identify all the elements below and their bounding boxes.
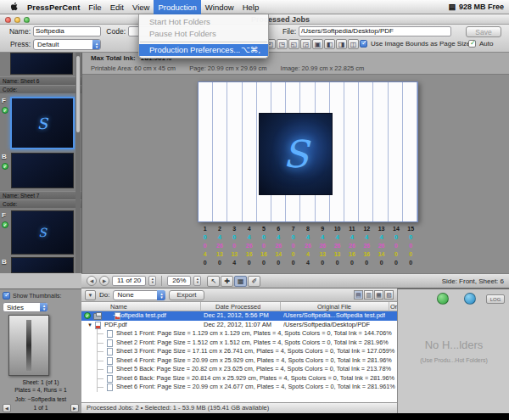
app-menu[interactable]: PressPerCent: [23, 0, 84, 14]
zoom-level-field[interactable]: 26%: [167, 276, 191, 286]
do-label: Do:: [99, 291, 109, 299]
view-mode-buttons: ▤▥▦▧: [354, 290, 394, 300]
stepper-down-icon: ▾: [152, 281, 154, 284]
column-divider[interactable]: [280, 302, 281, 311]
column-divider[interactable]: [200, 302, 201, 311]
sheet7-code-strip: Code:: [0, 199, 81, 208]
job-name-input[interactable]: Softpedia: [33, 26, 101, 36]
minimize-button[interactable]: [14, 17, 20, 23]
tree-line: [98, 333, 103, 334]
sheet-detail-row[interactable]: Sheet 2 Front: Page Size = 1.512 cm x 1.…: [81, 339, 397, 348]
show-thumbnails-checkbox[interactable]: [3, 292, 10, 300]
sheet-detail-row[interactable]: Sheet 1 Front: Page Size = 1.129 cm x 1.…: [81, 329, 397, 339]
job-rows: ✓ ~Softpedia test.pdf Dec 21, 2012, 5:56…: [81, 311, 397, 402]
save-button[interactable]: Save: [466, 26, 501, 37]
view-mode-button-2[interactable]: ▦: [374, 290, 383, 300]
menu-item-production-preferences[interactable]: Production Preferences... ⌥⌘,: [139, 44, 268, 56]
sheet-detail-row[interactable]: Sheet 6 Front: Page Size = 20.99 cm x 24…: [81, 383, 397, 392]
production-dropdown-menu: Start Hot Folders Pause Hot Folders Prod…: [138, 14, 269, 59]
menu-production[interactable]: Production: [154, 0, 200, 14]
sheet6-back-thumbnail[interactable]: [11, 153, 74, 188]
job-row-pdf[interactable]: ▼ PDF.pdf Dec 22, 2012, 11:07 AM /Users/…: [81, 321, 397, 330]
press-popup[interactable]: Default: [33, 39, 101, 50]
memory-status[interactable]: 928 MB Free: [459, 3, 504, 11]
sheet-detail-text: Sheet 6 Front: Page Size = 20.99 cm x 24…: [116, 383, 395, 392]
image-size-text: Image: 20.99 cm x 22.825 cm: [281, 64, 365, 72]
start-hot-folders-button[interactable]: [437, 293, 449, 305]
sheet-preview[interactable]: S: [198, 81, 418, 222]
divider: [161, 276, 162, 286]
next-sheet-button[interactable]: ▶: [99, 276, 109, 286]
menu-item-start-hot-folders[interactable]: Start Hot Folders: [139, 16, 268, 28]
tree-line: [98, 351, 103, 352]
job-preview-thumbnail[interactable]: [8, 315, 49, 376]
use-image-bounds-checkbox[interactable]: [360, 40, 367, 48]
jobs-status-bar: Processed Jobs: 2 • Selected: 1 - 53.9 M…: [81, 402, 397, 413]
row-disclosure-icon[interactable]: ▼: [87, 321, 92, 330]
menu-help[interactable]: Help: [238, 0, 264, 14]
alignment-button-6[interactable]: ◨: [336, 39, 347, 49]
view-mode-button-3[interactable]: ▧: [384, 290, 394, 300]
menu-window[interactable]: Window: [201, 0, 238, 14]
thumbnail-logo: S: [38, 226, 47, 239]
printable-area-text: Printable Area: 60 cm x 45 cm: [91, 64, 176, 72]
menu-view[interactable]: View: [128, 0, 154, 14]
header-original-file[interactable]: Original File: [317, 302, 351, 311]
alignment-button-7[interactable]: ◫: [348, 39, 359, 49]
sheet7-back-thumbnail[interactable]: [11, 257, 74, 273]
sidebar-scrollbar-thumb[interactable]: [76, 56, 80, 132]
sheet6-front-thumbnail[interactable]: S: [10, 97, 75, 149]
jobs-control-bar: ▼ Do: None Export ▤▥▦▧: [81, 288, 397, 302]
job-file-input[interactable]: /Users/Softpedia/Desktop/PDF: [299, 26, 451, 36]
sheet6-code-strip: Code:: [0, 85, 81, 93]
sheet-page-icon: [107, 375, 113, 383]
job-row-softpedia-test[interactable]: ✓ ~Softpedia test.pdf Dec 21, 2012, 5:56…: [81, 311, 397, 321]
disclosure-button[interactable]: ▼: [85, 290, 96, 300]
view-mode-button-1[interactable]: ▥: [364, 290, 373, 300]
tool-button-1[interactable]: ✚: [221, 276, 233, 287]
ink-row-column-numbers: 123456789101112131415: [198, 225, 418, 233]
apple-menu[interactable]: [5, 3, 23, 12]
do-action-popup[interactable]: None: [113, 290, 165, 300]
header-name[interactable]: Name: [110, 302, 127, 311]
sheet-detail-row[interactable]: Sheet 3 Front: Page Size = 17.11 cm x 26…: [81, 347, 397, 356]
page-stepper[interactable]: ▴ ▾: [148, 276, 156, 286]
sheet7-back-letter: B: [2, 258, 7, 266]
view-mode-button-0[interactable]: ▤: [354, 290, 363, 300]
sides-popup[interactable]: Sides: [3, 302, 48, 312]
header-date-processed[interactable]: Date Processed: [215, 302, 260, 311]
alignment-button-4[interactable]: ▣: [312, 39, 323, 49]
ink-row-black-coverage: 004000040000000: [198, 259, 418, 267]
close-button[interactable]: [5, 17, 11, 23]
auto-checkbox[interactable]: [468, 40, 476, 48]
tree-line: [98, 369, 103, 370]
header-orig[interactable]: Orig: [390, 302, 397, 311]
zoom-stepper[interactable]: ▴ ▾: [193, 276, 201, 286]
tool-button-2[interactable]: ▦: [234, 276, 247, 287]
menu-edit[interactable]: Edit: [106, 0, 128, 14]
tool-button-3[interactable]: ✐: [248, 276, 260, 287]
column-divider[interactable]: [389, 302, 389, 311]
pause-hot-folders-button[interactable]: [464, 293, 476, 305]
prev-sheet-button[interactable]: ◀: [87, 276, 97, 286]
sides-popup-value: Sides: [7, 304, 24, 311]
zoom-button[interactable]: [24, 17, 30, 23]
export-button[interactable]: Export: [169, 290, 204, 300]
sheet-detail-row[interactable]: Sheet 4 Front: Page Size = 20.99 cm x 25…: [81, 356, 397, 366]
placed-page-image[interactable]: S: [259, 113, 333, 195]
menu-file[interactable]: File: [84, 0, 105, 14]
alignment-button-3[interactable]: ◲: [300, 39, 311, 49]
sheet-detail-row[interactable]: Sheet 5 Back: Page Size = 20.82 cm x 23.…: [81, 365, 397, 374]
alignment-button-5[interactable]: ◧: [324, 39, 335, 49]
sidebar-scrollbar[interactable]: [76, 53, 81, 273]
alignment-button-2[interactable]: ◱: [288, 39, 299, 49]
menu-item-pause-hot-folders[interactable]: Pause Hot Folders: [139, 28, 268, 40]
use-image-bounds-label: Use Image Bounds as Page Size: [371, 39, 470, 49]
sheet7-front-thumbnail[interactable]: S: [11, 210, 74, 255]
log-button[interactable]: LOG: [486, 294, 505, 304]
sheet-detail-row[interactable]: Sheet 6 Back: Page Size = 20.814 cm x 25…: [81, 374, 397, 384]
sheet5-back-thumbnail[interactable]: [10, 53, 73, 75]
pager-next-button[interactable]: ▶: [70, 404, 79, 412]
alignment-button-1[interactable]: ◳: [277, 39, 288, 49]
tool-button-0[interactable]: ↖: [207, 276, 220, 287]
